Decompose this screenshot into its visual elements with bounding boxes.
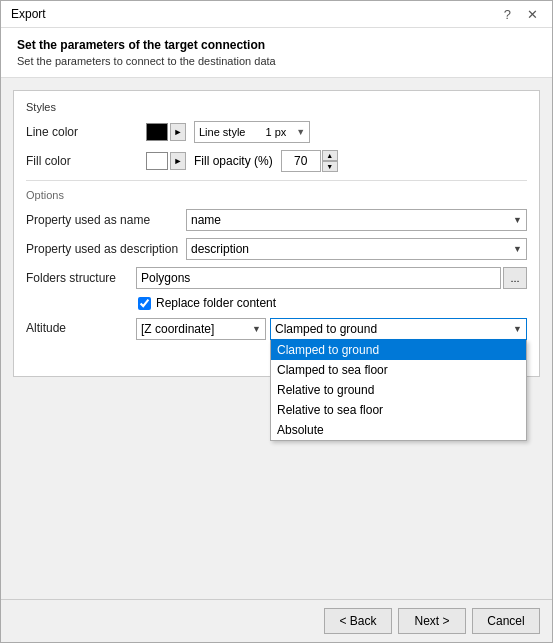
altitude-mode-select[interactable]: Clamped to ground ▼ (270, 318, 527, 340)
folders-row: Folders structure ... (26, 267, 527, 289)
title-bar-left: Export (11, 7, 46, 21)
divider-1 (26, 180, 527, 181)
property-desc-dropdown-arrow: ▼ (513, 244, 522, 254)
next-button[interactable]: Next > (398, 608, 466, 634)
opacity-spin-up[interactable]: ▲ (322, 150, 338, 161)
dropdown-item-absolute[interactable]: Absolute (271, 420, 526, 440)
fill-color-label: Fill color (26, 154, 146, 168)
styles-label: Styles (26, 101, 527, 113)
property-name-row: Property used as name name ▼ (26, 209, 527, 231)
export-dialog: Export ? ✕ Set the parameters of the tar… (0, 0, 553, 643)
line-style-dropdown-arrow: ▼ (296, 127, 305, 137)
altitude-controls: [Z coordinate] ▼ Clamped to ground ▼ Cla… (136, 318, 527, 358)
fill-color-button[interactable] (146, 152, 168, 170)
property-name-dropdown-arrow: ▼ (513, 215, 522, 225)
dropdown-item-clamped-ground[interactable]: Clamped to ground (271, 340, 526, 360)
dropdown-item-relative-sea[interactable]: Relative to sea floor (271, 400, 526, 420)
main-section: Styles Line color ► Line style 1 px ▼ Fi… (13, 90, 540, 377)
fill-opacity-label: Fill opacity (%) (194, 154, 273, 168)
line-style-label: Line style (199, 126, 245, 138)
property-desc-select[interactable]: description ▼ (186, 238, 527, 260)
line-color-arrow-button[interactable]: ► (170, 123, 186, 141)
close-button[interactable]: ✕ (523, 8, 542, 21)
dialog-body: Styles Line color ► Line style 1 px ▼ Fi… (1, 78, 552, 599)
fill-color-arrow-button[interactable]: ► (170, 152, 186, 170)
line-color-button[interactable] (146, 123, 168, 141)
altitude-z-select[interactable]: [Z coordinate] ▼ (136, 318, 266, 340)
altitude-top: [Z coordinate] ▼ Clamped to ground ▼ Cla… (136, 318, 527, 340)
dropdown-item-relative-ground[interactable]: Relative to ground (271, 380, 526, 400)
altitude-z-value: [Z coordinate] (141, 322, 252, 336)
altitude-z-dropdown-arrow: ▼ (252, 324, 261, 334)
replace-checkbox-label[interactable]: Replace folder content (156, 296, 276, 310)
altitude-label: Altitude (26, 318, 136, 335)
dialog-footer: < Back Next > Cancel (1, 599, 552, 642)
dialog-title: Export (11, 7, 46, 21)
help-button[interactable]: ? (500, 8, 515, 21)
title-bar-right: ? ✕ (500, 8, 542, 21)
line-color-label: Line color (26, 125, 146, 139)
dropdown-item-clamped-sea[interactable]: Clamped to sea floor (271, 360, 526, 380)
back-button[interactable]: < Back (324, 608, 392, 634)
altitude-mode-container: Clamped to ground ▼ Clamped to ground Cl… (270, 318, 527, 340)
title-bar: Export ? ✕ (1, 1, 552, 28)
altitude-dropdown-list: Clamped to ground Clamped to sea floor R… (270, 340, 527, 441)
property-name-value: name (191, 213, 513, 227)
folders-input[interactable] (136, 267, 501, 289)
header-title: Set the parameters of the target connect… (17, 38, 536, 52)
dialog-header: Set the parameters of the target connect… (1, 28, 552, 78)
property-name-label: Property used as name (26, 213, 186, 227)
property-desc-label: Property used as description (26, 242, 186, 256)
altitude-mode-value: Clamped to ground (275, 322, 513, 336)
fill-opacity-input[interactable] (281, 150, 321, 172)
fill-opacity-spinners: ▲ ▼ (322, 150, 338, 172)
property-desc-value: description (191, 242, 513, 256)
altitude-row: Altitude [Z coordinate] ▼ Clamped to gro… (26, 318, 527, 358)
folders-label: Folders structure (26, 271, 136, 285)
opacity-spin-down[interactable]: ▼ (322, 161, 338, 172)
altitude-mode-dropdown-arrow: ▼ (513, 324, 522, 334)
replace-checkbox[interactable] (138, 297, 151, 310)
header-subtitle: Set the parameters to connect to the des… (17, 55, 536, 67)
cancel-button[interactable]: Cancel (472, 608, 540, 634)
browse-button[interactable]: ... (503, 267, 527, 289)
line-color-row: Line color ► Line style 1 px ▼ (26, 121, 527, 143)
options-label: Options (26, 189, 527, 201)
fill-color-row: Fill color ► Fill opacity (%) ▲ ▼ (26, 150, 527, 172)
replace-checkbox-row: Replace folder content (138, 296, 527, 310)
line-px-label: 1 px (265, 126, 286, 138)
property-name-select[interactable]: name ▼ (186, 209, 527, 231)
line-style-select[interactable]: Line style 1 px ▼ (194, 121, 310, 143)
property-desc-row: Property used as description description… (26, 238, 527, 260)
